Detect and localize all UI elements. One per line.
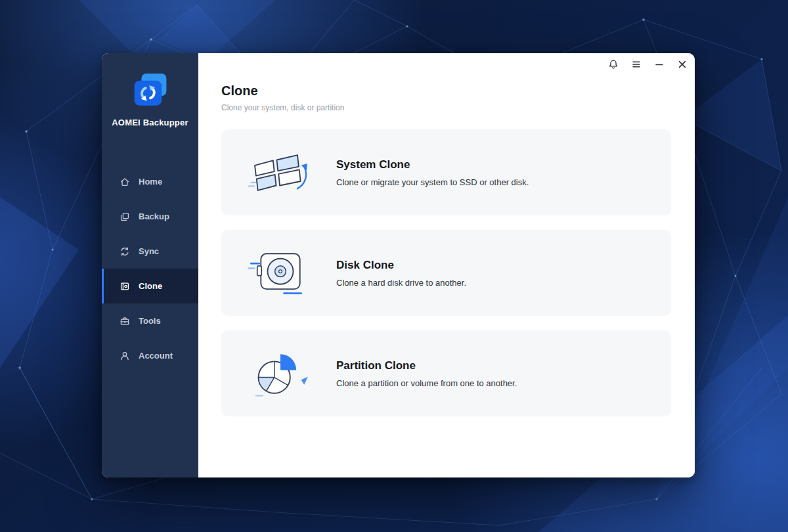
- sidebar-item-label: Home: [139, 177, 162, 187]
- minimize-icon: [654, 59, 665, 70]
- system-clone-card[interactable]: System Clone Clone or migrate your syste…: [221, 129, 671, 215]
- window-controls: [602, 56, 693, 73]
- card-title: Disk Clone: [336, 258, 466, 272]
- partition-clone-icon: [246, 347, 315, 400]
- system-clone-icon-wrap: [246, 146, 336, 199]
- sidebar-item-home[interactable]: Home: [102, 164, 198, 199]
- system-clone-icon: [246, 146, 315, 199]
- disk-clone-icon-wrap: [246, 247, 336, 299]
- sidebar: AOMEI Backupper Home Backup: [102, 53, 198, 477]
- disk-clone-text: Disk Clone Clone a hard disk drive to an…: [336, 258, 466, 288]
- app-window: AOMEI Backupper Home Backup: [102, 53, 695, 477]
- sidebar-item-sync[interactable]: Sync: [102, 234, 198, 269]
- sidebar-item-label: Account: [139, 351, 173, 361]
- minimize-button[interactable]: [647, 56, 670, 73]
- partition-clone-text: Partition Clone Clone a partition or vol…: [336, 359, 517, 389]
- sidebar-item-label: Sync: [139, 246, 159, 256]
- app-title: AOMEI Backupper: [112, 118, 188, 127]
- clone-options-list: System Clone Clone or migrate your syste…: [221, 129, 671, 416]
- card-title: System Clone: [336, 158, 529, 171]
- clone-icon: [120, 281, 130, 292]
- account-icon: [120, 351, 130, 361]
- page-subtitle: Clone your system, disk or partition: [221, 103, 671, 113]
- main-content: Clone Clone your system, disk or partiti…: [198, 53, 695, 477]
- sidebar-item-clone[interactable]: Clone: [102, 269, 198, 303]
- system-clone-text: System Clone Clone or migrate your syste…: [336, 158, 529, 188]
- desktop: { "app": { "name": "AOMEI Backupper" }, …: [0, 0, 788, 532]
- tools-icon: [120, 316, 130, 326]
- partition-clone-card[interactable]: Partition Clone Clone a partition or vol…: [221, 330, 671, 416]
- page-title: Clone: [221, 82, 671, 99]
- card-description: Clone or migrate your system to SSD or o…: [336, 177, 529, 188]
- menu-icon: [631, 59, 642, 70]
- logo-block: AOMEI Backupper: [102, 53, 198, 127]
- card-description: Clone a hard disk drive to another.: [336, 278, 466, 288]
- aomei-backupper-logo-icon: [131, 73, 169, 110]
- disk-clone-icon: [246, 247, 315, 299]
- sidebar-item-label: Backup: [139, 211, 169, 221]
- close-icon: [677, 59, 688, 70]
- disk-clone-card[interactable]: Disk Clone Clone a hard disk drive to an…: [221, 230, 671, 316]
- close-button[interactable]: [670, 56, 693, 73]
- notification-bell-icon: [608, 59, 619, 70]
- sidebar-item-label: Tools: [139, 316, 161, 326]
- sidebar-item-label: Clone: [139, 281, 162, 291]
- sync-icon: [120, 246, 130, 257]
- backup-icon: [120, 211, 130, 222]
- sidebar-nav: Home Backup Sync: [102, 164, 198, 373]
- card-title: Partition Clone: [336, 359, 517, 372]
- notification-button[interactable]: [602, 56, 624, 73]
- sidebar-item-backup[interactable]: Backup: [102, 199, 198, 234]
- partition-clone-icon-wrap: [246, 347, 336, 400]
- card-description: Clone a partition or volume from one to …: [336, 378, 517, 389]
- home-icon: [120, 177, 130, 187]
- sidebar-item-account[interactable]: Account: [102, 338, 198, 373]
- sidebar-item-tools[interactable]: Tools: [102, 303, 198, 338]
- menu-button[interactable]: [624, 56, 647, 73]
